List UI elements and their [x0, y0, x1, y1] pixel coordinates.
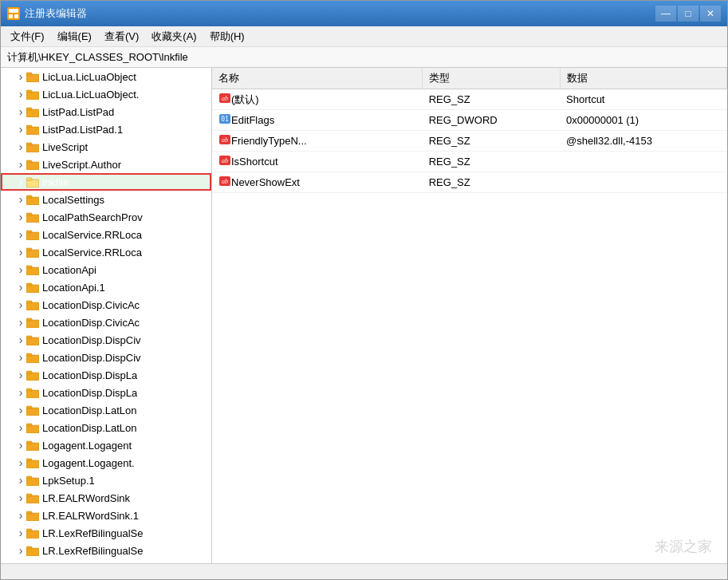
svg-rect-59 — [26, 320, 39, 328]
tree-item[interactable]: › LR.EALRWordSink.1 — [1, 507, 211, 524]
folder-icon — [26, 282, 39, 293]
expand-icon[interactable]: › — [15, 264, 26, 275]
name-cell-content: 01 EditFlags — [218, 112, 416, 128]
expand-icon[interactable]: › — [15, 299, 26, 310]
tree-label: LR.LexRefBilingualSe — [42, 527, 143, 539]
table-row[interactable]: ab FriendlyTypeN...REG_SZ@shell32.dll,-4… — [212, 131, 727, 152]
table-row[interactable]: ab (默认)REG_SZShortcut — [212, 89, 727, 110]
menu-bar: 文件(F) 编辑(E) 查看(V) 收藏夹(A) 帮助(H) — [1, 26, 727, 47]
expand-icon[interactable]: › — [15, 106, 26, 117]
expand-icon[interactable]: › — [15, 334, 26, 345]
menu-favorites[interactable]: 收藏夹(A) — [145, 28, 203, 45]
tree-item[interactable]: › LR.EALRWordSink — [1, 489, 211, 507]
table-row[interactable]: ab IsShortcutREG_SZ — [212, 152, 727, 172]
expand-icon[interactable]: › — [15, 369, 26, 381]
expand-icon[interactable]: › — [15, 159, 26, 170]
reg-type-icon: ab — [218, 92, 231, 107]
tree-item[interactable]: › LR.LexRefBilingualSe — [1, 524, 211, 542]
svg-rect-65 — [26, 336, 32, 338]
expand-icon[interactable]: › — [15, 475, 26, 486]
expand-icon[interactable]: › — [15, 457, 26, 468]
folder-icon — [26, 334, 39, 345]
tree-label: LocationDisp.LatLon — [42, 404, 137, 416]
tree-item[interactable]: › LocationDisp.DispCiv — [1, 331, 211, 349]
expand-icon[interactable]: › — [15, 527, 26, 539]
expand-icon[interactable]: › — [15, 211, 26, 223]
detail-panel[interactable]: 名称 类型 数据 ab (默认)REG_SZShortcut 01 EditFl… — [212, 68, 727, 563]
tree-item[interactable]: › LocationDisp.CivicAc — [1, 296, 211, 314]
tree-label: LicLua.LicLuaObject. — [42, 89, 139, 101]
tree-item[interactable]: › LicLua.LicLuaObject — [1, 68, 211, 85]
status-bar — [1, 563, 727, 579]
expand-icon[interactable]: › — [15, 387, 26, 398]
tree-item[interactable]: › LicLua.LicLuaObject. — [1, 85, 211, 103]
expand-icon[interactable]: › — [15, 317, 26, 328]
tree-item[interactable]: › ListPad.ListPad — [1, 103, 211, 120]
col-name: 名称 — [212, 68, 423, 89]
tree-item[interactable]: › LocationDisp.DispLa — [1, 366, 211, 384]
tree-item[interactable]: › LocationDisp.DispCiv — [1, 349, 211, 366]
expand-icon[interactable]: › — [15, 492, 26, 503]
table-row[interactable]: ab NeverShowExtREG_SZ — [212, 172, 727, 193]
expand-icon[interactable]: › — [15, 404, 26, 416]
table-row[interactable]: 01 EditFlagsREG_DWORD0x00000001 (1) — [212, 110, 727, 131]
reg-name: NeverShowExt — [231, 176, 300, 188]
expand-icon[interactable]: › — [15, 89, 26, 100]
tree-panel[interactable]: › LicLua.LicLuaObject› LicLua.LicLuaObje… — [1, 68, 212, 563]
reg-type-icon: ab — [218, 133, 231, 148]
svg-rect-7 — [26, 92, 39, 100]
close-button[interactable]: ✕ — [700, 6, 721, 22]
expand-icon[interactable]: › — [15, 352, 26, 363]
expand-icon[interactable]: › — [15, 141, 26, 152]
tree-item[interactable]: › Logagent.Logagent. — [1, 454, 211, 471]
expand-icon[interactable]: › — [15, 510, 26, 521]
expand-icon[interactable]: › — [15, 71, 26, 82]
tree-item[interactable]: › LR.LexRefBilingualSe — [1, 542, 211, 559]
tree-item[interactable]: › LocationApi.1 — [1, 278, 211, 296]
menu-help[interactable]: 帮助(H) — [203, 28, 251, 45]
menu-view[interactable]: 查看(V) — [98, 28, 145, 45]
tree-item[interactable]: › LocalService.RRLoca — [1, 243, 211, 261]
tree-label: LR.EALRWordSink.1 — [42, 510, 139, 522]
tree-item[interactable]: › LocalSettings — [1, 191, 211, 208]
menu-file[interactable]: 文件(F) — [4, 28, 51, 45]
svg-rect-83 — [26, 425, 39, 433]
svg-rect-105 — [26, 511, 32, 514]
expand-icon[interactable]: › — [15, 422, 26, 433]
menu-edit[interactable]: 编辑(E) — [51, 28, 98, 45]
window-title: 注册表编辑器 — [25, 6, 655, 21]
name-cell-content: ab NeverShowExt — [218, 175, 416, 190]
expand-icon[interactable]: › — [15, 440, 26, 451]
main-window: 注册表编辑器 — □ ✕ 文件(F) 编辑(E) 查看(V) 收藏夹(A) 帮助… — [0, 0, 728, 580]
expand-icon[interactable]: › — [15, 282, 26, 293]
expand-icon[interactable]: › — [15, 124, 26, 135]
folder-icon — [26, 457, 39, 468]
expand-icon[interactable]: › — [15, 545, 26, 556]
tree-item[interactable]: › LiveScript — [1, 138, 211, 156]
tree-item[interactable]: › LocationDisp.CivicAc — [1, 314, 211, 331]
svg-rect-45 — [26, 248, 32, 251]
tree-item[interactable]: › LocationDisp.LatLon — [1, 401, 211, 419]
tree-item[interactable]: › LocationDisp.DispLa — [1, 384, 211, 401]
expand-icon[interactable]: › — [15, 247, 26, 258]
tree-item[interactable]: › LocationApi — [1, 261, 211, 278]
svg-rect-81 — [26, 406, 32, 408]
tree-item[interactable]: › lnkfile — [1, 173, 211, 191]
tree-item[interactable]: › LpkSetup.1 — [1, 471, 211, 489]
name-cell-content: ab (默认) — [218, 92, 416, 107]
tree-item[interactable]: › LiveScript.Author — [1, 156, 211, 173]
expand-icon[interactable]: › — [15, 229, 26, 240]
svg-rect-73 — [26, 371, 32, 373]
maximize-button[interactable]: □ — [678, 6, 698, 22]
tree-item[interactable]: › LocationDisp.LatLon — [1, 419, 211, 436]
tree-item[interactable]: › Logagent.Logagent — [1, 436, 211, 454]
cell-type: REG_SZ — [423, 131, 560, 152]
tree-item[interactable]: › ListPad.ListPad.1 — [1, 120, 211, 138]
expand-icon[interactable]: › — [15, 194, 26, 205]
svg-rect-67 — [26, 355, 39, 363]
tree-item[interactable]: › LocalPathSearchProv — [1, 208, 211, 226]
tree-item[interactable]: › LocalService.RRLoca — [1, 226, 211, 243]
folder-icon — [26, 387, 39, 398]
expand-icon[interactable]: › — [15, 176, 26, 187]
minimize-button[interactable]: — — [655, 6, 676, 22]
